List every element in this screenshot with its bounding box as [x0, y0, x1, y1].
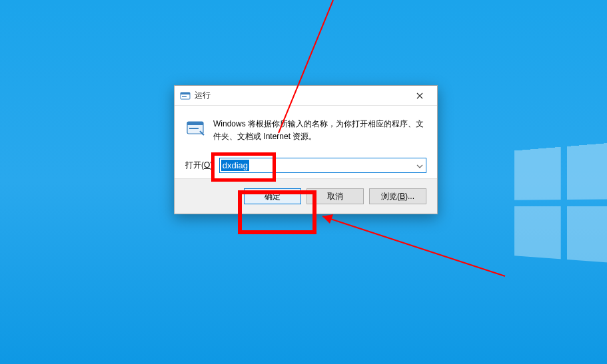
svg-rect-5	[189, 128, 199, 129]
svg-line-9	[322, 216, 505, 276]
dialog-description: Windows 将根据你所输入的名称，为你打开相应的程序、文件夹、文档或 Int…	[213, 118, 426, 143]
dialog-body: Windows 将根据你所输入的名称，为你打开相应的程序、文件夹、文档或 Int…	[175, 106, 437, 178]
windows-logo	[514, 141, 607, 271]
chevron-down-icon	[416, 161, 423, 170]
run-titlebar-icon	[180, 91, 191, 101]
ok-button[interactable]: 确定	[244, 188, 301, 204]
svg-rect-2	[182, 96, 187, 97]
close-icon	[416, 92, 423, 99]
svg-rect-4	[187, 122, 203, 125]
button-bar: 确定 取消 浏览(B)...	[175, 178, 437, 214]
titlebar[interactable]: 运行	[175, 86, 437, 106]
svg-rect-1	[181, 92, 190, 94]
open-label: 打开(O):	[185, 160, 215, 171]
dialog-title: 运行	[195, 90, 404, 101]
run-dialog: 运行 Windows 将根据你所输入的名称，为你打开相应的程序、文件夹、文档或 …	[174, 85, 438, 214]
run-icon	[185, 118, 207, 139]
browse-button[interactable]: 浏览(B)...	[369, 188, 426, 204]
open-input[interactable]: dxdiag	[219, 158, 426, 173]
svg-marker-10	[322, 214, 333, 224]
open-input-value: dxdiag	[221, 160, 249, 171]
cancel-button[interactable]: 取消	[306, 188, 364, 204]
close-button[interactable]	[404, 87, 434, 105]
